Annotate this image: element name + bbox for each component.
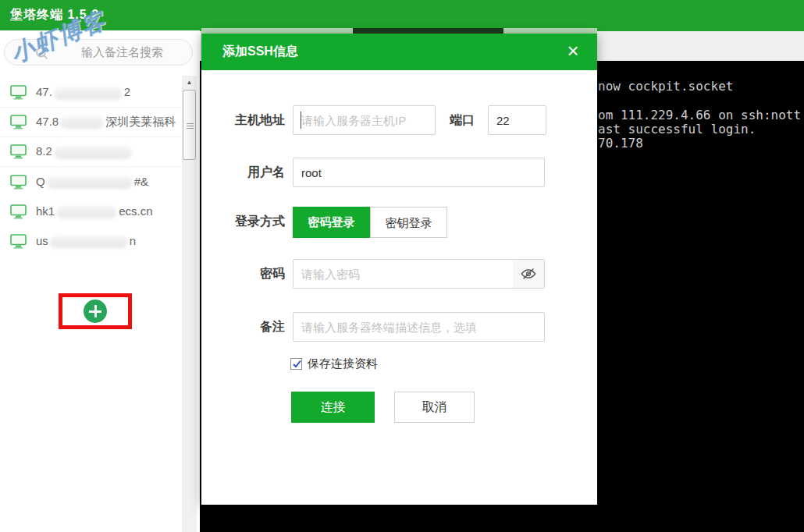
close-icon[interactable]: ×: [561, 40, 585, 63]
app-title: 堡塔终端 1.5.2: [10, 7, 99, 23]
scrollbar-grip-icon: [187, 123, 194, 130]
censored-text: [54, 147, 132, 159]
server-label: 47.8深圳美莱福科: [36, 115, 176, 129]
server-list-item[interactable]: 8.2: [0, 137, 181, 167]
server-label: 47.2: [36, 85, 130, 99]
monitor-icon: [10, 204, 27, 219]
eye-off-icon: [520, 265, 537, 282]
censored-text: [60, 116, 104, 129]
server-label: 8.2: [36, 144, 133, 158]
titlebar: 堡塔终端 1.5.2: [0, 0, 804, 31]
port-input[interactable]: [488, 105, 546, 135]
server-label: hk1ecs.cn: [36, 204, 153, 218]
search-input[interactable]: 输入备注名搜索: [4, 39, 193, 66]
cancel-button[interactable]: 取消: [394, 392, 475, 423]
censored-text: [54, 87, 123, 100]
toggle-password-visibility-button[interactable]: [513, 260, 544, 288]
censored-text: [47, 176, 133, 189]
monitor-icon: [10, 234, 27, 249]
server-list-item[interactable]: Q#&: [0, 167, 181, 197]
server-list-item[interactable]: usn: [0, 226, 181, 256]
terminal-line: om 111.229.4.66 on ssh:nott: [598, 108, 801, 122]
monitor-icon: [10, 175, 27, 190]
username-input[interactable]: [293, 158, 545, 187]
add-ssh-dialog: 添加SSH信息 × 主机地址 端口 用户名 登录方式 密码登录 密钥登录 密码 …: [201, 34, 597, 505]
server-list-item[interactable]: hk1ecs.cn: [0, 197, 181, 226]
server-sidebar: 输入备注名搜索 47.247.8深圳美莱福科8.2Q#&hk1ecs.cnusn…: [0, 30, 200, 532]
password-login-tab[interactable]: 密码登录: [293, 207, 370, 238]
monitor-icon: [10, 85, 27, 100]
search-icon: [34, 46, 50, 62]
censored-text: [50, 236, 128, 248]
monitor-icon: [10, 115, 27, 129]
search-placeholder: 输入备注名搜索: [81, 40, 163, 65]
modal-top-glow: [201, 28, 597, 34]
save-connection-label: 保存连接资料: [308, 356, 378, 371]
login-type-label: 登录方式: [201, 214, 285, 230]
monitor-icon: [10, 144, 27, 159]
server-list-item[interactable]: 47.8深圳美莱福科: [0, 108, 181, 137]
server-list: 47.247.8深圳美莱福科8.2Q#&hk1ecs.cnusn: [0, 78, 181, 256]
password-input[interactable]: [293, 259, 545, 289]
checkmark-icon: [292, 359, 302, 369]
app-window: 堡塔终端 1.5.2 now cockpit.socket om 111.229…: [0, 0, 804, 532]
note-input[interactable]: [293, 312, 545, 342]
terminal-line: ast successful login.: [598, 122, 756, 137]
annotation-highlight-box: [59, 293, 132, 329]
scroll-up-icon[interactable]: ▲: [182, 77, 197, 88]
save-connection-checkbox[interactable]: [290, 358, 302, 370]
text-cursor: [301, 112, 301, 129]
censored-text: [56, 206, 117, 218]
note-label: 备注: [201, 319, 285, 335]
password-label: 密码: [201, 266, 285, 282]
add-server-button[interactable]: [84, 300, 107, 323]
host-label: 主机地址: [201, 112, 285, 129]
username-label: 用户名: [201, 165, 285, 181]
server-label: Q#&: [36, 175, 148, 189]
port-label: 端口: [391, 112, 475, 129]
sidebar-scrollbar[interactable]: ▲: [182, 76, 197, 532]
terminal-line: 70.178: [598, 136, 643, 151]
server-label: usn: [36, 234, 136, 248]
key-login-tab[interactable]: 密钥登录: [370, 207, 447, 238]
connect-button[interactable]: 连接: [291, 392, 375, 423]
terminal-line: now cockpit.socket: [598, 79, 733, 94]
dialog-title: 添加SSH信息: [222, 44, 298, 60]
scrollbar-thumb[interactable]: [183, 90, 196, 160]
dialog-header: 添加SSH信息 ×: [201, 34, 597, 70]
server-list-item[interactable]: 47.2: [0, 78, 181, 108]
